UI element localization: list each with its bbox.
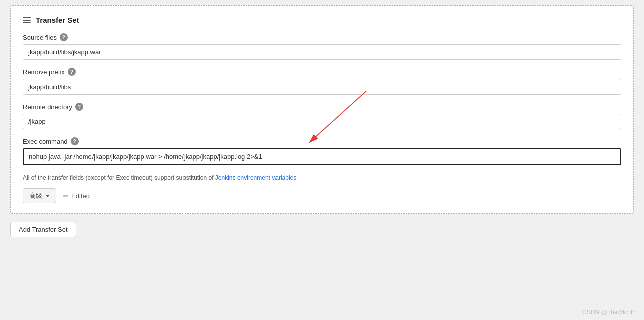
advanced-button[interactable]: 高级: [23, 188, 56, 203]
source-files-input[interactable]: [23, 44, 621, 60]
remove-prefix-input[interactable]: [23, 79, 621, 95]
watermark: CSDN @ThatMonth: [582, 309, 636, 316]
jenkins-link[interactable]: Jenkins environment variables: [215, 174, 296, 181]
remove-prefix-group: Remove prefix ?: [23, 68, 621, 95]
page-wrapper: Transfer Set Source files ? Remove prefi…: [0, 0, 644, 320]
exec-command-group: Exec command ?: [23, 137, 621, 165]
exec-command-input[interactable]: [23, 148, 621, 165]
remote-directory-group: Remote directory ?: [23, 103, 621, 129]
add-transfer-set-button[interactable]: Add Transfer Set: [10, 222, 76, 237]
exec-input-wrapper: [23, 148, 621, 165]
remote-directory-help-icon[interactable]: ?: [75, 103, 83, 111]
source-files-group: Source files ?: [23, 33, 621, 60]
card-footer: 高级 ✏ Edited: [23, 188, 621, 203]
exec-command-help-icon[interactable]: ?: [71, 137, 79, 145]
exec-command-label: Exec command ?: [23, 137, 621, 145]
edited-badge: ✏ Edited: [63, 192, 90, 200]
source-files-label: Source files ?: [23, 33, 621, 41]
card-header: Transfer Set: [23, 16, 621, 24]
info-text: All of the transfer fields (except for E…: [23, 173, 621, 182]
remote-directory-input[interactable]: [23, 114, 621, 129]
card-title: Transfer Set: [36, 16, 79, 24]
chevron-down-icon: [46, 195, 50, 197]
edited-label: Edited: [71, 192, 90, 200]
source-files-help-icon[interactable]: ?: [60, 33, 68, 41]
pencil-icon: ✏: [63, 192, 69, 200]
transfer-set-card: Transfer Set Source files ? Remove prefi…: [10, 5, 634, 214]
remove-prefix-label: Remove prefix ?: [23, 68, 621, 76]
remote-directory-label: Remote directory ?: [23, 103, 621, 111]
remove-prefix-help-icon[interactable]: ?: [68, 68, 76, 76]
drag-handle-icon[interactable]: [23, 17, 31, 23]
